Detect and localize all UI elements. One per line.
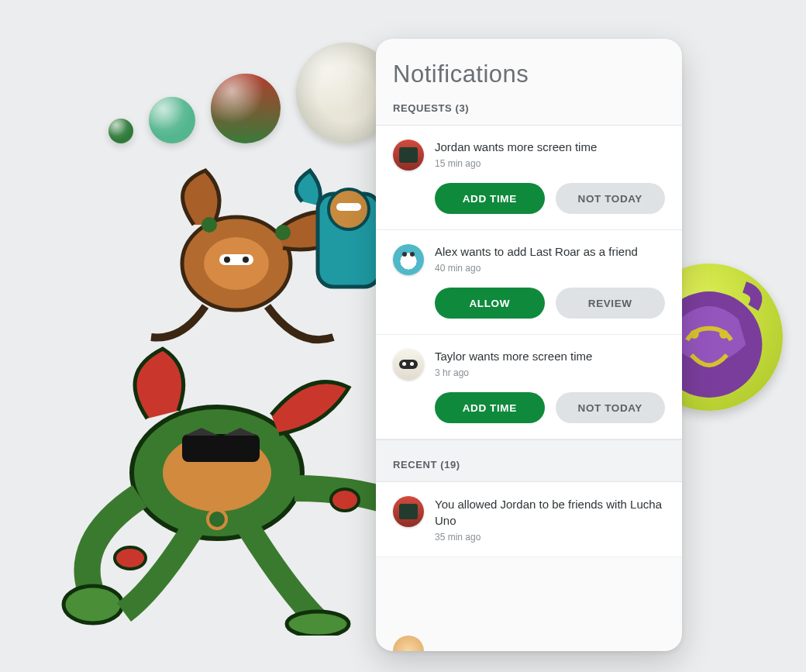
recent-list: You allowed Jordan to be friends with Lu… — [376, 482, 682, 557]
svg-point-8 — [202, 217, 217, 233]
svg-point-19 — [287, 612, 349, 636]
add-time-button[interactable]: ADD TIME — [435, 183, 545, 214]
svg-point-6 — [224, 257, 230, 263]
requests-section-label: REQUESTS (3) — [376, 102, 682, 125]
avatar — [393, 140, 424, 171]
avatar-bubble-owl — [149, 97, 195, 143]
requests-list: Jordan wants more screen time 15 min ago… — [376, 125, 682, 439]
recent-time: 35 min ago — [435, 532, 665, 543]
svg-point-2 — [719, 330, 728, 339]
svg-point-21 — [331, 489, 359, 511]
recent-message: You allowed Jordan to be friends with Lu… — [435, 496, 665, 529]
allow-button[interactable]: ALLOW — [435, 288, 545, 319]
request-message: Jordan wants more screen time — [435, 140, 665, 155]
svg-rect-15 — [182, 434, 260, 462]
panel-title: Notifications — [376, 39, 682, 102]
svg-point-9 — [275, 225, 291, 240]
notifications-panel: Notifications REQUESTS (3) Jordan wants … — [376, 39, 682, 651]
recent-item: You allowed Jordan to be friends with Lu… — [376, 482, 682, 557]
not-today-button[interactable]: NOT TODAY — [556, 392, 666, 423]
svg-point-7 — [243, 257, 249, 263]
svg-point-1 — [690, 330, 698, 339]
svg-point-18 — [64, 586, 122, 623]
request-item: Jordan wants more screen time 15 min ago… — [376, 126, 682, 230]
request-item: Alex wants to add Last Roar as a friend … — [376, 230, 682, 335]
avatar-bubble-small — [108, 119, 133, 143]
request-time: 3 hr ago — [435, 367, 665, 378]
request-item: Taylor wants more screen time 3 hr ago A… — [376, 335, 682, 439]
request-message: Alex wants to add Last Roar as a friend — [435, 244, 665, 260]
svg-point-20 — [115, 547, 146, 569]
svg-rect-12 — [336, 203, 361, 211]
request-time: 15 min ago — [435, 158, 665, 169]
avatar-bubble-viking — [211, 74, 281, 143]
request-time: 40 min ago — [435, 263, 665, 274]
add-time-button[interactable]: ADD TIME — [435, 392, 545, 423]
review-button[interactable]: REVIEW — [556, 288, 666, 319]
request-message: Taylor wants more screen time — [435, 349, 665, 364]
svg-point-22 — [208, 510, 226, 529]
not-today-button[interactable]: NOT TODAY — [556, 183, 666, 214]
avatar — [393, 496, 424, 527]
avatar — [393, 244, 424, 275]
avatar — [393, 349, 424, 380]
avatar-partial — [393, 636, 424, 651]
avatar-bubble-row — [108, 43, 397, 143]
recent-section-label: RECENT (19) — [376, 439, 682, 482]
